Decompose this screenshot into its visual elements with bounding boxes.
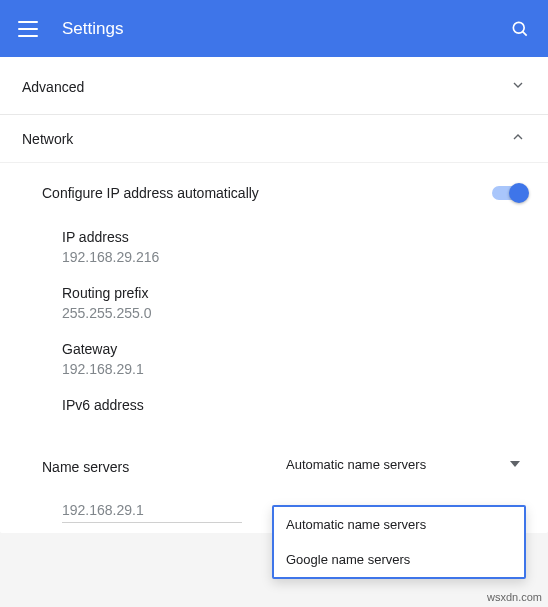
svg-marker-2	[510, 461, 520, 467]
search-icon[interactable]	[508, 17, 532, 41]
name-servers-row: Name servers Automatic name servers	[22, 427, 526, 484]
name-servers-menu: Automatic name servers Google name serve…	[272, 505, 526, 579]
name-servers-selected: Automatic name servers	[286, 457, 426, 472]
prefix-field: Routing prefix 255.255.255.0	[22, 275, 526, 331]
chevron-down-icon	[510, 77, 526, 96]
name-server-input[interactable]	[62, 498, 242, 523]
auto-ip-label: Configure IP address automatically	[42, 185, 259, 201]
gateway-label: Gateway	[62, 341, 526, 357]
ip-field: IP address 192.168.29.216	[22, 219, 526, 275]
auto-ip-row: Configure IP address automatically	[22, 163, 526, 219]
section-advanced-label: Advanced	[22, 79, 84, 95]
dropdown-icon	[510, 457, 520, 472]
prefix-label: Routing prefix	[62, 285, 526, 301]
ipv6-field: IPv6 address	[22, 387, 526, 427]
ip-label: IP address	[62, 229, 526, 245]
ns-option-automatic[interactable]: Automatic name servers	[274, 507, 524, 542]
gateway-field: Gateway 192.168.29.1	[22, 331, 526, 387]
app-bar: Settings	[0, 0, 548, 57]
prefix-value: 255.255.255.0	[62, 305, 526, 321]
section-advanced[interactable]: Advanced	[0, 59, 548, 115]
section-network-label: Network	[22, 131, 73, 147]
svg-point-0	[513, 22, 524, 33]
name-servers-select[interactable]: Automatic name servers	[278, 457, 526, 476]
menu-icon[interactable]	[16, 17, 40, 41]
ns-option-google[interactable]: Google name servers	[274, 542, 524, 577]
app-title: Settings	[62, 19, 508, 39]
chevron-up-icon	[510, 129, 526, 148]
ipv6-label: IPv6 address	[62, 397, 526, 413]
name-servers-label: Name servers	[42, 459, 129, 475]
network-content: Configure IP address automatically IP ad…	[0, 163, 548, 533]
auto-ip-toggle[interactable]	[492, 186, 526, 200]
watermark: wsxdn.com	[487, 591, 542, 603]
section-network[interactable]: Network	[0, 115, 548, 163]
gateway-value: 192.168.29.1	[62, 361, 526, 377]
svg-line-1	[523, 31, 527, 35]
ip-value: 192.168.29.216	[62, 249, 526, 265]
